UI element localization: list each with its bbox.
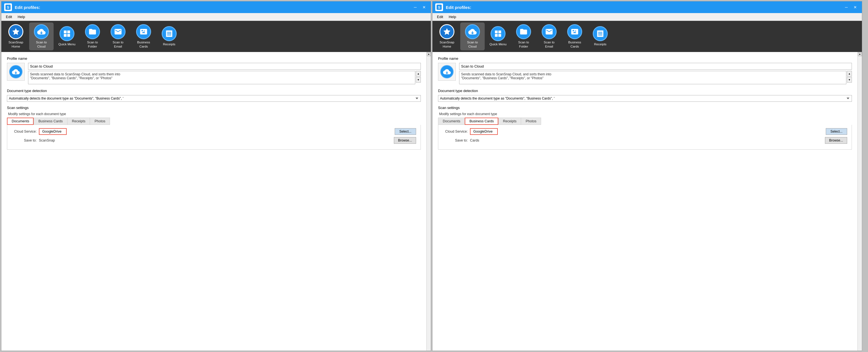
app-icon-left: S — [4, 3, 12, 11]
profile-name-input-left[interactable] — [28, 63, 421, 70]
profile-desc-textarea-right[interactable]: Sends scanned data to ScanSnap Cloud, an… — [459, 71, 846, 84]
scroll-up-left[interactable]: ▲ — [427, 52, 431, 56]
grid-icon-left — [59, 26, 74, 41]
toolbar-scansnap-home-right[interactable]: ScanSnap Home — [435, 23, 459, 50]
cloud-service-value-right: GoogleDrive — [470, 128, 498, 135]
desc-scroll-up-right[interactable]: ▲ — [847, 71, 852, 77]
menu-bar-left: Edit Help — [1, 13, 431, 21]
profile-fields-right: Sends scanned data to ScanSnap Cloud, an… — [459, 63, 852, 84]
browse-button-right[interactable]: Browse... — [825, 137, 847, 144]
window-right: S Edit profiles: ─ ✕ Edit Help ScanSnap … — [432, 1, 862, 351]
toolbar-scan-folder-right[interactable]: Scan to Folder — [512, 23, 536, 50]
scrollbar-right: ▲ — [858, 52, 862, 351]
cloud-service-row-right: Cloud Service: GoogleDrive Select... — [443, 128, 847, 135]
profile-name-section-right: Profile name Sends scanned data to ScanS… — [438, 56, 852, 84]
tab-documents-right[interactable]: Documents — [438, 118, 465, 125]
desc-scroll-btns-left: ▲ ▼ — [416, 71, 421, 84]
tab-business-cards-right[interactable]: Business Cards — [465, 118, 498, 125]
toolbar-quick-menu-right[interactable]: Quick Menu — [486, 24, 510, 49]
profile-fields-left: Sends scanned data to ScanSnap Cloud, an… — [28, 63, 421, 84]
profile-cloud-icon-right — [440, 65, 454, 79]
star-icon-right — [439, 24, 455, 39]
toolbar-business-cards-left[interactable]: Business Cards — [131, 23, 156, 50]
browse-button-left[interactable]: Browse... — [394, 137, 416, 144]
profile-icon-box-left — [7, 63, 25, 81]
title-bar-left: S Edit profiles: ─ ✕ — [1, 1, 431, 13]
tab-content-left: Cloud Service: GoogleDrive Select... Sav… — [7, 125, 421, 150]
toolbar-scan-cloud-right[interactable]: Scan to Cloud — [460, 23, 485, 50]
desc-scroll-down-right[interactable]: ▼ — [847, 77, 852, 83]
doc-detect-label-left: Document type detection — [7, 89, 421, 93]
tab-receipts-right[interactable]: Receipts — [498, 118, 521, 125]
scan-settings-label-right: Scan settings — [438, 106, 852, 110]
minimize-button-right[interactable]: ─ — [842, 4, 850, 10]
save-to-row-right: Save to: Cards Browse... — [443, 137, 847, 144]
profile-name-label-left: Profile name — [7, 56, 421, 61]
toolbar-receipts-right[interactable]: Receipts — [588, 24, 613, 49]
minimize-button-left[interactable]: ─ — [411, 4, 419, 10]
toolbar-quick-menu-left[interactable]: Quick Menu — [55, 24, 79, 49]
tab-business-cards-left[interactable]: Business Cards — [34, 118, 67, 125]
tab-documents-left[interactable]: Documents — [7, 118, 34, 125]
toolbar-label-email-right: Scan to Email — [544, 40, 555, 49]
toolbar-label-receipts-right: Receipts — [594, 42, 607, 47]
toolbar-label-folder-right: Scan to Folder — [518, 40, 529, 49]
close-button-right[interactable]: ✕ — [851, 4, 859, 10]
title-controls-left: ─ ✕ — [411, 4, 428, 10]
profile-desc-box-right: Sends scanned data to ScanSnap Cloud, an… — [459, 71, 852, 84]
content-left: Profile name Sends scanned data to ScanS… — [1, 52, 426, 351]
svg-text:S: S — [438, 5, 440, 9]
toolbar-business-cards-right[interactable]: Business Cards — [562, 23, 587, 50]
receipt-icon-left — [162, 26, 177, 41]
close-button-left[interactable]: ✕ — [420, 4, 428, 10]
tab-photos-left[interactable]: Photos — [90, 118, 110, 125]
title-bar-right: S Edit profiles: ─ ✕ — [432, 1, 862, 13]
svg-text:S: S — [7, 5, 9, 9]
app-icon-right: S — [435, 3, 443, 11]
save-to-value-right: Cards — [470, 139, 479, 142]
doc-detect-select-left[interactable]: Automatically detects the document type … — [7, 95, 421, 102]
toolbar-scan-email-left[interactable]: Scan to Email — [106, 23, 130, 50]
title-text-left: Edit profiles: — [15, 5, 409, 10]
tab-photos-right[interactable]: Photos — [521, 118, 541, 125]
doc-detect-label-right: Document type detection — [438, 89, 852, 93]
desc-scroll-up-left[interactable]: ▲ — [416, 71, 421, 77]
toolbar-label-home-left: ScanSnap Home — [8, 40, 23, 49]
profile-name-section-left: Profile name Sends scanned data to ScanS… — [7, 56, 421, 84]
email-icon-right — [541, 24, 557, 39]
scan-settings-label-left: Scan settings — [7, 106, 421, 110]
card-icon-left — [136, 24, 151, 39]
toolbar-right: ScanSnap Home Scan to Cloud Quick Menu S… — [432, 21, 862, 52]
toolbar-scan-folder-left[interactable]: Scan to Folder — [80, 23, 105, 50]
menu-edit-left[interactable]: Edit — [4, 14, 14, 20]
scroll-up-right[interactable]: ▲ — [858, 52, 862, 56]
menu-help-right[interactable]: Help — [446, 14, 458, 20]
toolbar-label-cloud-left: Scan to Cloud — [36, 40, 47, 49]
profile-desc-textarea-left[interactable]: Sends scanned data to ScanSnap Cloud, an… — [28, 71, 415, 84]
toolbar-scansnap-home-left[interactable]: ScanSnap Home — [4, 23, 28, 50]
menu-edit-right[interactable]: Edit — [435, 14, 445, 20]
menu-help-left[interactable]: Help — [15, 14, 27, 20]
scan-settings-right: Scan settings Modify settings for each d… — [438, 106, 852, 150]
toolbar-receipts-left[interactable]: Receipts — [157, 24, 181, 49]
desc-scroll-btns-right: ▲ ▼ — [847, 71, 852, 84]
profile-desc-box-left: Sends scanned data to ScanSnap Cloud, an… — [28, 71, 421, 84]
star-icon-left — [8, 24, 23, 39]
doc-detect-select-right[interactable]: Automatically detects the document type … — [438, 95, 852, 102]
toolbar-scan-cloud-left[interactable]: Scan to Cloud — [29, 23, 54, 50]
tab-receipts-left[interactable]: Receipts — [67, 118, 90, 125]
profile-name-input-right[interactable] — [459, 63, 852, 70]
profile-name-label-right: Profile name — [438, 56, 852, 61]
toolbar-label-bcards-right: Business Cards — [568, 40, 581, 49]
select-button-right[interactable]: Select... — [826, 128, 847, 135]
toolbar-label-cloud-right: Scan to Cloud — [467, 40, 478, 49]
modify-label-left: Modify settings for each document type — [7, 112, 421, 116]
profile-icon-box-right — [438, 63, 456, 81]
select-button-left[interactable]: Select... — [395, 128, 416, 135]
toolbar-label-folder-left: Scan to Folder — [87, 40, 98, 49]
cloud-icon-right — [465, 24, 480, 39]
toolbar-left: ScanSnap Home Scan to Cloud Quick Menu S… — [1, 21, 431, 52]
toolbar-scan-email-right[interactable]: Scan to Email — [537, 23, 561, 50]
menu-bar-right: Edit Help — [432, 13, 862, 21]
desc-scroll-down-left[interactable]: ▼ — [416, 77, 421, 83]
